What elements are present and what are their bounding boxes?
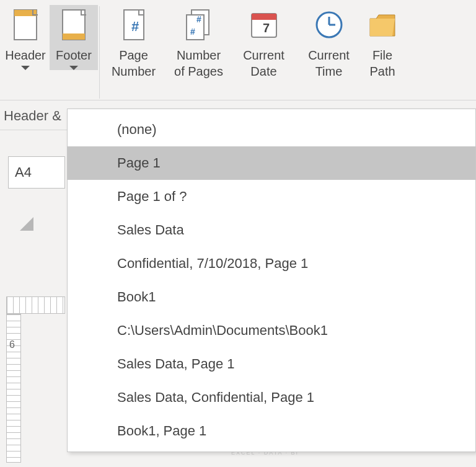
dropdown-caret-icon [21, 66, 30, 70]
header-button[interactable]: Header [1, 5, 50, 70]
footer-label: Footer [56, 47, 92, 63]
footer-dropdown-menu: (none) Page 1 Page 1 of ? Sales Data Con… [67, 109, 476, 452]
select-all-triangle[interactable] [20, 217, 33, 231]
footer-option-sheetname[interactable]: Sales Data [68, 213, 475, 247]
footer-option-confidential[interactable]: Confidential, 7/10/2018, Page 1 [68, 247, 475, 280]
ruler-horizontal [6, 296, 65, 314]
header-icon [8, 7, 43, 42]
current-time-icon [312, 7, 346, 42]
current-time-label: Current Time [308, 47, 350, 79]
dropdown-caret-icon [69, 66, 78, 70]
svg-rect-7 [187, 15, 204, 40]
current-date-button[interactable]: 7 Current Date [231, 5, 296, 79]
footer-option-book-page[interactable]: Book1, Page 1 [68, 414, 475, 448]
name-box-value: A4 [15, 164, 32, 180]
current-time-button[interactable]: Current Time [296, 5, 361, 79]
svg-text:7: 7 [263, 21, 270, 35]
name-box[interactable]: A4 [8, 156, 65, 189]
footer-button[interactable]: Footer [50, 5, 98, 70]
footer-option-page1of[interactable]: Page 1 of ? [68, 180, 475, 213]
footer-option-page1[interactable]: Page 1 [68, 146, 475, 180]
svg-text:#: # [196, 14, 201, 24]
footer-option-sheet-conf-page[interactable]: Sales Data, Confidential, Page 1 [68, 381, 475, 414]
ruler-number: 6 [9, 339, 15, 350]
number-of-pages-icon: # # [182, 7, 216, 42]
number-of-pages-button[interactable]: # # Number of Pages [166, 5, 231, 79]
header-label: Header [5, 47, 46, 63]
footer-icon [56, 7, 91, 42]
ruler-vertical: 6 [6, 314, 21, 463]
current-date-label: Current Date [243, 47, 284, 79]
page-number-icon: # [117, 7, 151, 42]
svg-text:#: # [131, 19, 139, 34]
svg-rect-11 [252, 14, 276, 20]
group-label-text: Header & [4, 108, 61, 124]
svg-text:#: # [190, 27, 195, 37]
page-number-button[interactable]: # Page Number [101, 5, 166, 79]
svg-rect-3 [63, 33, 85, 40]
file-path-button[interactable]: File Path [361, 5, 403, 79]
footer-option-sheet-page[interactable]: Sales Data, Page 1 [68, 347, 475, 381]
footer-option-book[interactable]: Book1 [68, 280, 475, 314]
current-date-icon: 7 [247, 7, 281, 42]
ribbon-group-elements: # Page Number # # Number of Pages [100, 5, 405, 100]
ribbon-group-headerfooter: Header Footer [0, 5, 99, 100]
file-path-label: File Path [369, 47, 395, 79]
page-number-label: Page Number [112, 47, 156, 79]
footer-option-none[interactable]: (none) [68, 113, 475, 146]
footer-option-fullpath[interactable]: C:\Users\Admin\Documents\Book1 [68, 314, 475, 347]
ribbon: Header Footer # [0, 0, 476, 100]
namebox-area: A4 [0, 144, 67, 193]
file-path-icon [365, 7, 400, 42]
number-of-pages-label: Number of Pages [174, 47, 223, 79]
